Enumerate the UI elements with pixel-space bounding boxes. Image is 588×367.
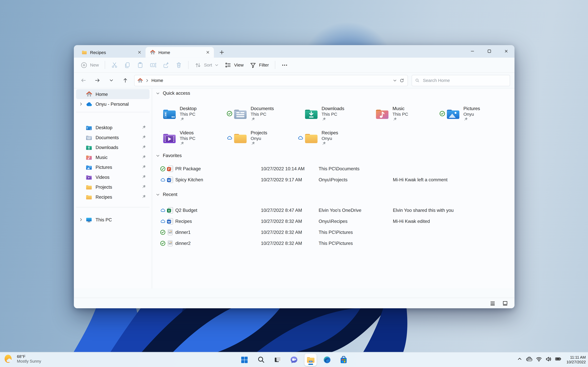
tray-volume-button[interactable]	[545, 356, 552, 364]
file-row-spicy-kitchen[interactable]: Spicy Kitchen 10/27/2022 9:17 AM Onyu\Pr…	[156, 175, 515, 185]
folder-icon	[82, 50, 87, 55]
quick-access-tile-pictures[interactable]: PicturesOnyu	[440, 102, 510, 126]
section-header-recent[interactable]: Recent	[156, 191, 515, 199]
copy-button[interactable]	[121, 59, 134, 71]
file-explorer-button[interactable]	[304, 354, 317, 366]
sidebar-item-label: Music	[95, 155, 108, 160]
sidebar-item-this-pc[interactable]: This PC	[76, 215, 150, 225]
expand-chevron-icon[interactable]	[78, 102, 84, 106]
tab-close-button[interactable]	[136, 49, 143, 56]
tab-close-button[interactable]	[204, 49, 211, 56]
view-button[interactable]: View	[222, 59, 247, 71]
tray-wifi-button[interactable]	[536, 356, 542, 364]
section-header-favorites[interactable]: Favorites	[156, 152, 515, 160]
up-button[interactable]	[120, 75, 130, 86]
sidebar-item-videos[interactable]: Videos	[76, 172, 150, 182]
file-row-q2-budget[interactable]: Q2 Budget 10/27/2022 8:47 AM Elvin Yoo's…	[156, 205, 515, 216]
tray-chevron-up-button[interactable]	[517, 356, 522, 363]
search-box[interactable]	[412, 75, 510, 86]
section-header-quick-access[interactable]: Quick access	[156, 89, 515, 97]
file-activity: Mi-Hi Kwak edited	[393, 219, 430, 224]
new-button[interactable]: New	[78, 59, 102, 71]
chat-button[interactable]	[288, 354, 300, 366]
teams-chat-icon	[290, 355, 298, 364]
search-input[interactable]	[422, 77, 507, 83]
tile-location: Onyu	[464, 111, 480, 117]
tile-location: This PC	[180, 136, 196, 141]
pin-icon	[142, 145, 146, 151]
sidebar-item-downloads[interactable]: Downloads	[76, 142, 150, 152]
breadcrumb[interactable]: Home	[151, 78, 163, 83]
forward-button[interactable]	[92, 75, 103, 86]
large-thumbnails-view-button[interactable]	[501, 299, 509, 307]
collapse-chevron-icon[interactable]	[156, 154, 160, 158]
sidebar-item-desktop[interactable]: Desktop	[76, 123, 150, 133]
quick-access-tile-documents[interactable]: DocumentsThis PC	[227, 102, 298, 126]
chevron-down-icon	[109, 78, 114, 83]
store-button[interactable]	[337, 354, 350, 366]
filter-button[interactable]: Filter	[247, 59, 272, 71]
forward-arrow-icon	[94, 77, 101, 84]
file-row-pr-package[interactable]: PR Package 10/27/2022 10:14 AM This PC\D…	[156, 163, 515, 175]
tile-name: Desktop	[180, 106, 197, 111]
maximize-button[interactable]	[481, 45, 498, 57]
sidebar-item-onedrive[interactable]: Onyu - Personal	[76, 99, 150, 109]
file-name: Spicy Kitchen	[175, 177, 261, 183]
file-row-recipes[interactable]: Recipes 10/27/2022 8:32 AM Onyu\Recipes …	[156, 216, 515, 227]
tray-onedrive-button[interactable]	[526, 355, 533, 364]
share-button[interactable]	[159, 59, 173, 71]
quick-access-tile-desktop[interactable]: DesktopThis PC	[156, 102, 227, 126]
sidebar-item-pictures[interactable]: Pictures	[76, 162, 150, 172]
quick-access-tile-videos[interactable]: VideosThis PC	[156, 126, 227, 150]
tile-name: Videos	[180, 130, 196, 136]
minimize-button[interactable]	[464, 45, 481, 57]
paste-button[interactable]	[134, 59, 147, 71]
section-title: Favorites	[163, 153, 182, 158]
collapse-chevron-icon[interactable]	[156, 91, 160, 95]
sidebar-item-documents[interactable]: Documents	[76, 133, 150, 142]
quick-access-tile-downloads[interactable]: DownloadsThis PC	[298, 102, 369, 126]
details-view-button[interactable]	[488, 299, 497, 307]
new-tab-button[interactable]	[217, 47, 226, 57]
edge-button[interactable]	[321, 354, 333, 366]
sidebar-item-recipes[interactable]: Recipes	[76, 192, 150, 202]
tab-recipes[interactable]: Recipes	[77, 47, 146, 58]
quick-access-tile-recipes[interactable]: RecipesOnyu	[298, 126, 369, 150]
chevron-up-icon	[517, 356, 522, 362]
weather-widget[interactable]: 68°F Mostly Sunny	[3, 353, 41, 365]
plus-icon	[219, 50, 224, 55]
sidebar-item-music[interactable]: Music	[76, 152, 150, 162]
sort-button[interactable]: Sort	[191, 59, 222, 71]
file-row-dinner2[interactable]: dinner2 10/27/2022 8:32 AM This PC\Pictu…	[156, 238, 515, 249]
rename-button[interactable]: A	[147, 59, 160, 71]
file-row-dinner1[interactable]: dinner1 10/27/2022 8:32 AM This PC\Pictu…	[156, 227, 515, 238]
start-button[interactable]	[238, 354, 251, 366]
toolbar-separator	[275, 61, 275, 69]
cloud-badge-icon	[160, 177, 166, 183]
delete-button[interactable]	[173, 59, 185, 71]
home-icon	[138, 78, 143, 83]
address-dropdown-icon[interactable]	[393, 78, 397, 83]
tray-battery-button[interactable]	[555, 356, 562, 364]
expand-chevron-icon[interactable]	[78, 218, 84, 222]
task-view-button[interactable]	[271, 354, 284, 366]
address-bar[interactable]: Home	[134, 75, 408, 86]
collapse-chevron-icon[interactable]	[156, 192, 160, 197]
downloads-folder-icon	[86, 144, 92, 151]
refresh-icon[interactable]	[399, 78, 405, 83]
taskbar-clock[interactable]: 11:11 AM 10/27/2022	[567, 355, 586, 365]
tab-home[interactable]: Home	[146, 47, 214, 58]
quick-access-tile-music[interactable]: MusicThis PC	[369, 102, 440, 126]
sidebar-item-label: Desktop	[95, 125, 112, 130]
sidebar-item-projects[interactable]: Projects	[76, 182, 150, 192]
sidebar-item-home[interactable]: Home	[76, 89, 150, 99]
close-button[interactable]	[498, 45, 515, 57]
quick-access-tile-projects[interactable]: ProjectsOnyu	[227, 126, 298, 150]
search-button[interactable]	[255, 354, 267, 366]
more-options-button[interactable]	[278, 59, 291, 71]
home-icon	[150, 50, 156, 55]
recent-locations-button[interactable]	[106, 75, 117, 86]
cut-button[interactable]	[108, 59, 121, 71]
back-button[interactable]	[78, 75, 89, 86]
file-location: Onyu\Projects	[319, 177, 393, 183]
